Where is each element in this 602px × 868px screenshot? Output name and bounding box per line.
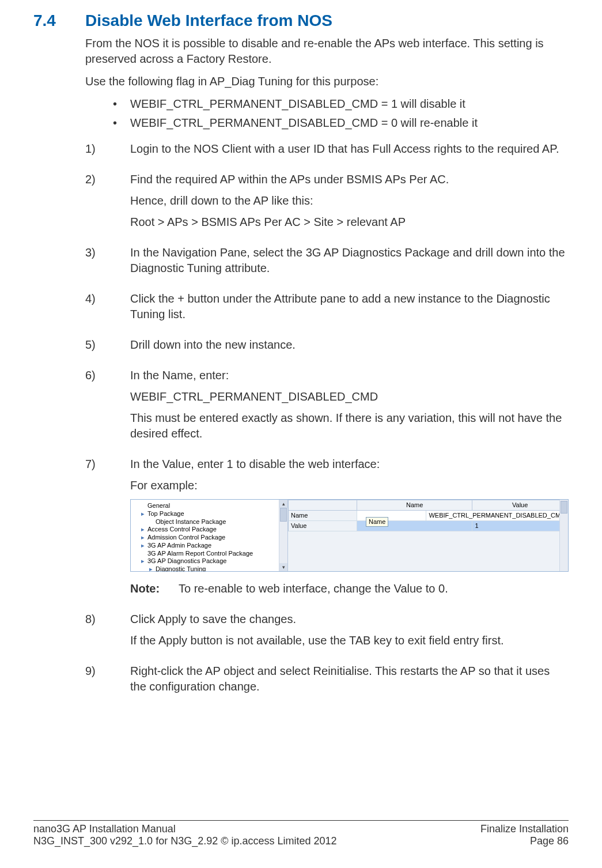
tree-node[interactable]: ▸3G AP Diagnostics Package [135,557,285,565]
step-text: Drill down into the new instance. [130,337,569,353]
step-text: For example: [130,478,569,493]
flag-bullet-list: WEBIF_CTRL_PERMANENT_DISABLED_CMD = 1 wi… [85,96,569,131]
footer-chapter: Finalize Installation [480,823,569,835]
step-number: 6) [85,368,107,383]
tree-node-label[interactable]: 3G AP Alarm Report Control Package [147,550,253,557]
step-6: 6) In the Name, enter: WEBIF_CTRL_PERMAN… [85,368,569,441]
step-number: 2) [85,172,107,187]
step-text: Right-click the AP object and select Rei… [130,663,569,695]
grid-rowhdr: Value [288,521,357,531]
intro-para: Use the following flag in AP_Diag Tuning… [85,74,569,89]
tree-pane[interactable]: General▸Top PackageObject Instance Packa… [131,500,288,571]
footer-page-number: Page 86 [480,835,569,847]
tree-node[interactable]: ▸3G AP Admin Package [135,542,285,550]
tree-node-label[interactable]: General [147,502,170,509]
page-footer: nano3G AP Installation Manual N3G_INST_3… [33,820,569,847]
grid-cell[interactable]: WEBIF_CTRL_PERMANENT_DISABLED_CMD [426,511,568,521]
step-number: 8) [85,612,107,627]
step-3: 3) In the Navigation Pane, select the 3G… [85,245,569,276]
section-title: Disable Web Interface from NOS [85,12,569,30]
tree-node-label[interactable]: Admission Control Package [147,534,225,541]
tree-node-label[interactable]: Object Instance Package [156,518,226,525]
tree-scrollbar[interactable]: ▴ ▾ [279,500,287,571]
step-text: Click the + button under the Attribute p… [130,291,569,322]
step-2: 2) Find the required AP within the APs u… [85,172,569,230]
tree-expand-icon[interactable]: ▸ [149,565,154,571]
step-text: Find the required AP within the APs unde… [130,172,569,187]
tooltip: Name [366,517,388,527]
tree-node[interactable]: ▸Access Control Package [135,526,285,534]
attribute-grid[interactable]: Name Value Name WEBIF_CTRL_PERMANENT_DIS… [288,500,568,571]
grid-empty-area [288,531,568,571]
scroll-up-icon[interactable]: ▴ [279,500,287,508]
tree-node-label[interactable]: 3G AP Admin Package [147,542,211,549]
step-text: Hence, drill down to the AP like this: [130,193,569,209]
step-number: 1) [85,141,107,157]
flag-bullet: WEBIF_CTRL_PERMANENT_DISABLED_CMD = 0 wi… [85,115,569,131]
step-text: In the Navigation Pane, select the 3G AP… [130,245,569,276]
tree-node[interactable]: 3G AP Alarm Report Control Package [135,550,285,558]
note: Note: To re-enable to web interface, cha… [130,581,569,597]
grid-rowhdr: Name [288,511,357,521]
tree-expand-icon[interactable]: ▸ [141,534,146,542]
tree-node[interactable]: Object Instance Package [135,518,285,526]
step-text: In the Name, enter: [130,368,569,383]
step-7: 7) In the Value, enter 1 to disable the … [85,456,569,597]
step-text: Click Apply to save the changes. [130,612,569,627]
grid-header-value[interactable]: Value [472,500,568,511]
grid-corner [288,500,357,511]
step-4: 4) Click the + button under the Attribut… [85,291,569,322]
section-heading: 7.4 Disable Web Interface from NOS [33,12,569,30]
tree-expand-icon[interactable]: ▸ [141,510,146,518]
grid-header-row: Name Value [288,500,568,511]
scroll-down-icon[interactable]: ▾ [279,563,287,571]
note-label: Note: [130,581,179,597]
tree-node[interactable]: General [135,502,285,510]
scroll-thumb[interactable] [561,501,567,514]
grid-header-name[interactable]: Name [357,500,472,511]
step-5: 5) Drill down into the new instance. [85,337,569,353]
tree-node[interactable]: ▸Top Package [135,510,285,518]
step-9: 9) Right-click the AP object and select … [85,663,569,695]
step-text: In the Value, enter 1 to disable the web… [130,456,569,472]
tree-expand-icon[interactable]: ▸ [141,526,146,534]
tree-expand-icon[interactable]: ▸ [141,557,146,565]
footer-version: N3G_INST_300 v292_1.0 for N3G_2.92 © ip.… [33,835,337,847]
grid-cell[interactable]: 1 [472,521,568,531]
step-text: WEBIF_CTRL_PERMANENT_DISABLED_CMD [130,389,569,405]
tree-node[interactable]: ▸Admission Control Package [135,534,285,542]
step-1: 1) Login to the NOS Client with a user I… [85,141,569,157]
step-number: 3) [85,245,107,261]
tree-node-label[interactable]: Top Package [147,510,184,517]
grid-scrollbar[interactable] [559,500,568,571]
intro-para: From the NOS it is possible to disable a… [85,36,569,67]
note-text: To re-enable to web interface, change th… [179,581,569,597]
step-number: 9) [85,663,107,679]
grid-row-name[interactable]: Name WEBIF_CTRL_PERMANENT_DISABLED_CMD [288,511,568,521]
procedure-steps: 1) Login to the NOS Client with a user I… [85,141,569,695]
tree-node[interactable]: ▸Diagnostic Tuning [135,565,285,571]
step-number: 7) [85,456,107,472]
footer-left: nano3G AP Installation Manual N3G_INST_3… [33,823,337,847]
footer-title: nano3G AP Installation Manual [33,823,337,835]
tree-node-label[interactable]: 3G AP Diagnostics Package [147,557,226,564]
step-text: If the Apply button is not available, us… [130,633,569,648]
step-number: 5) [85,337,107,353]
diagnostic-tuning-screenshot: General▸Top PackageObject Instance Packa… [130,499,569,572]
step-text: Login to the NOS Client with a user ID t… [130,141,569,157]
grid-row-value[interactable]: Value 1 [288,521,568,531]
footer-right: Finalize Installation Page 86 [480,823,569,847]
step-text: This must be entered exactly as shown. I… [130,410,569,441]
tree-expand-icon[interactable]: ▸ [141,542,146,550]
tree-node-label[interactable]: Access Control Package [147,526,217,533]
step-text: Root > APs > BSMIS APs Per AC > Site > r… [130,214,569,230]
section-number: 7.4 [33,12,85,30]
flag-bullet: WEBIF_CTRL_PERMANENT_DISABLED_CMD = 1 wi… [85,96,569,112]
scroll-thumb[interactable] [280,508,287,522]
tree-node-label[interactable]: Diagnostic Tuning [156,565,206,571]
step-8: 8) Click Apply to save the changes. If t… [85,612,569,648]
step-number: 4) [85,291,107,307]
